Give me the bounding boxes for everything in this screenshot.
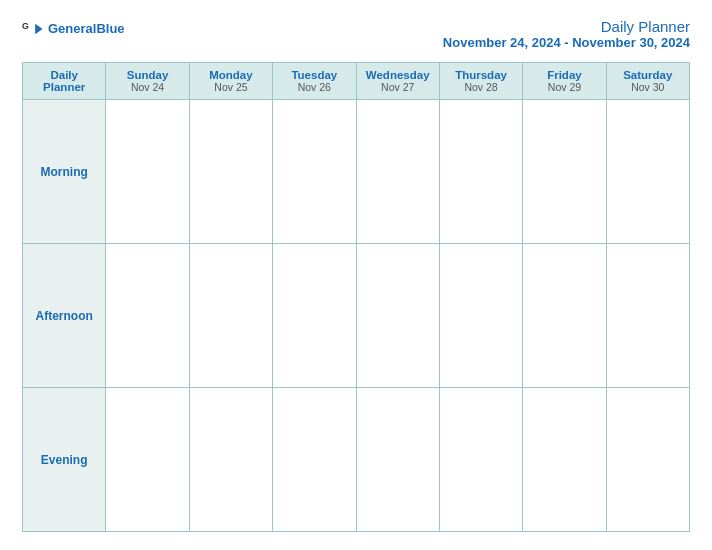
corner-label-line1: Daily (27, 69, 101, 81)
row-label-morning: Morning (23, 100, 106, 244)
title-area: Daily Planner November 24, 2024 - Novemb… (443, 18, 690, 50)
cell-morning-tue[interactable] (273, 100, 356, 244)
cell-evening-sun[interactable] (106, 388, 189, 532)
col-header-0: Sunday Nov 24 (106, 63, 189, 100)
cell-morning-thu[interactable] (439, 100, 522, 244)
cell-afternoon-sun[interactable] (106, 244, 189, 388)
col-header-3: Wednesday Nov 27 (356, 63, 439, 100)
cell-evening-wed[interactable] (356, 388, 439, 532)
cell-afternoon-sat[interactable] (606, 244, 689, 388)
row-label-afternoon: Afternoon (23, 244, 106, 388)
cell-morning-sat[interactable] (606, 100, 689, 244)
planner-table: Daily Planner Sunday Nov 24 Monday Nov 2… (22, 62, 690, 532)
cell-evening-tue[interactable] (273, 388, 356, 532)
col-header-4: Thursday Nov 28 (439, 63, 522, 100)
col-header-2: Tuesday Nov 26 (273, 63, 356, 100)
cell-afternoon-wed[interactable] (356, 244, 439, 388)
header: G GeneralBlue Daily Planner November 24,… (22, 18, 690, 50)
cell-morning-wed[interactable] (356, 100, 439, 244)
cell-morning-fri[interactable] (523, 100, 606, 244)
main-title: Daily Planner (443, 18, 690, 35)
svg-marker-1 (35, 24, 42, 34)
col-header-6: Saturday Nov 30 (606, 63, 689, 100)
row-label-evening: Evening (23, 388, 106, 532)
cell-afternoon-mon[interactable] (189, 244, 272, 388)
cell-afternoon-thu[interactable] (439, 244, 522, 388)
row-afternoon: Afternoon (23, 244, 690, 388)
cell-evening-mon[interactable] (189, 388, 272, 532)
corner-label-line2: Planner (27, 81, 101, 93)
col-header-5: Friday Nov 29 (523, 63, 606, 100)
row-morning: Morning (23, 100, 690, 244)
svg-text:G: G (22, 21, 29, 31)
cell-afternoon-fri[interactable] (523, 244, 606, 388)
logo-blue: Blue (96, 21, 124, 36)
logo-text: GeneralBlue (48, 21, 125, 37)
generalblue-logo-icon: G (22, 18, 44, 40)
cell-afternoon-tue[interactable] (273, 244, 356, 388)
cell-evening-sat[interactable] (606, 388, 689, 532)
cell-morning-sun[interactable] (106, 100, 189, 244)
cell-morning-mon[interactable] (189, 100, 272, 244)
cell-evening-thu[interactable] (439, 388, 522, 532)
cell-evening-fri[interactable] (523, 388, 606, 532)
col-header-1: Monday Nov 25 (189, 63, 272, 100)
logo-general: General (48, 21, 96, 36)
row-evening: Evening (23, 388, 690, 532)
date-range: November 24, 2024 - November 30, 2024 (443, 35, 690, 50)
logo-area: G GeneralBlue (22, 18, 125, 40)
corner-header: Daily Planner (23, 63, 106, 100)
